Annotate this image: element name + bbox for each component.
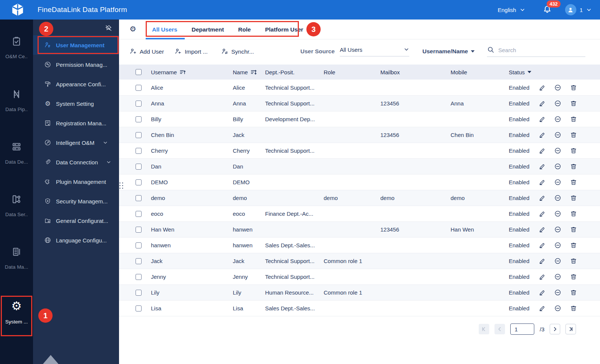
select-all-checkbox[interactable] [136,69,142,75]
table-row[interactable]: demo demo demo demo demo Enabled [119,190,600,206]
table-row[interactable]: Alice Alice Technical Support... Enabled [119,80,600,96]
edit-button[interactable] [538,257,546,265]
delete-button[interactable] [570,100,577,107]
unpin-icon[interactable] [105,24,112,32]
table-row[interactable]: Billy Billy Development Dep... Enabled [119,111,600,127]
disable-button[interactable] [554,163,561,170]
table-row[interactable]: Jack Jack Technical Support... Common ro… [119,253,600,269]
table-row[interactable]: DEMO DEMO Enabled [119,174,600,190]
delete-button[interactable] [570,210,577,217]
import-users-button[interactable]: Import ... [175,48,208,55]
edit-button[interactable] [538,289,546,296]
last-page-button[interactable] [565,324,576,334]
sidebar-item-system-setting[interactable]: ⚙ System Setting [33,94,119,113]
row-checkbox[interactable] [136,164,142,170]
disable-button[interactable] [554,100,561,107]
edit-button[interactable] [538,116,546,123]
delete-button[interactable] [570,179,577,186]
sidebar-item-appearance-configuration[interactable]: Appearance Confi... [33,74,119,94]
tab-settings-gear-icon[interactable]: ⚙ [130,25,136,33]
table-row[interactable]: Chen Bin Jack 123456 Chen Bin Enabled [119,127,600,143]
disable-button[interactable] [554,131,561,138]
disable-button[interactable] [554,289,561,296]
tab-department[interactable]: Department [191,26,224,33]
table-row[interactable]: Dan Dan Enabled [119,159,600,174]
rail-item-data-management[interactable]: Data Ma... [0,247,33,270]
delete-button[interactable] [570,289,577,296]
edit-button[interactable] [538,163,546,170]
search-input[interactable] [498,47,573,53]
delete-button[interactable] [570,147,577,154]
table-row[interactable]: Han Wen hanwen 123456 Han Wen Enabled [119,222,600,238]
edit-button[interactable] [538,273,546,280]
row-checkbox[interactable] [136,132,142,138]
delete-button[interactable] [570,242,577,249]
sort-icon-name[interactable] [250,69,257,75]
row-checkbox[interactable] [136,116,142,122]
tab-role[interactable]: Role [238,26,251,33]
row-checkbox[interactable] [136,195,142,201]
tab-platform-user[interactable]: Platform User [265,26,303,33]
rail-item-data-development[interactable]: Data De... [0,141,33,165]
edit-button[interactable] [538,100,546,107]
table-row[interactable]: Anna Anna Technical Support... 123456 An… [119,96,600,111]
disable-button[interactable] [554,210,561,217]
table-row[interactable]: Lily Lily Human Resource... Common role … [119,285,600,301]
row-checkbox[interactable] [136,179,142,185]
chevron-down-icon[interactable] [586,7,592,13]
delete-button[interactable] [570,257,577,265]
sidebar-item-intelligent-om[interactable]: Intelligent O&M [33,133,119,152]
disable-button[interactable] [554,273,561,280]
table-row[interactable]: Jenny Jenny Technical Support... Enabled [119,269,600,285]
edit-button[interactable] [538,84,546,91]
edit-button[interactable] [538,131,546,138]
page-input[interactable] [510,323,534,335]
disable-button[interactable] [554,226,561,233]
sidebar-item-security-management[interactable]: Security Managem... [33,191,119,211]
row-checkbox[interactable] [136,85,142,91]
delete-button[interactable] [570,84,577,91]
row-checkbox[interactable] [136,274,142,280]
delete-button[interactable] [570,305,577,312]
rail-item-data-service[interactable]: Data Ser.. [0,194,33,217]
edit-button[interactable] [538,147,546,154]
row-checkbox[interactable] [136,242,142,248]
language-selector[interactable]: English [497,7,516,13]
edit-button[interactable] [538,242,546,249]
next-page-button[interactable] [550,324,560,334]
sidebar-item-language-configuration[interactable]: Language Configu... [33,230,119,250]
delete-button[interactable] [570,116,577,123]
edit-button[interactable] [538,226,546,233]
row-checkbox[interactable] [136,211,142,217]
rail-item-system-management[interactable]: ⚙ System ... [0,300,33,325]
first-page-button[interactable] [479,324,489,334]
row-checkbox[interactable] [136,227,142,233]
sort-icon-username[interactable] [179,69,186,75]
row-checkbox[interactable] [136,290,142,296]
delete-button[interactable] [570,131,577,138]
search-field-selector[interactable]: Username/Name [422,48,475,55]
sidebar-item-permission-management[interactable]: Permission Manag... [33,55,119,74]
tab-all-users[interactable]: All Users [152,26,177,33]
edit-button[interactable] [538,179,546,186]
delete-button[interactable] [570,273,577,280]
row-checkbox[interactable] [136,148,142,154]
edit-button[interactable] [538,194,546,202]
disable-button[interactable] [554,257,561,265]
user-avatar[interactable] [565,4,576,15]
table-row[interactable]: hanwen hanwen Sales Dept.-Sales... Enabl… [119,238,600,253]
user-source-select[interactable]: All Users [340,47,409,57]
rail-item-data-pipeline[interactable]: Data Pip.. [0,89,33,112]
disable-button[interactable] [554,305,561,312]
table-row[interactable]: eoco eoco Finance Dept.-Ac... Enabled [119,206,600,222]
sidebar-item-general-configuration[interactable]: General Configurat... [33,211,119,230]
delete-button[interactable] [570,163,577,170]
disable-button[interactable] [554,116,561,123]
delete-button[interactable] [570,194,577,202]
disable-button[interactable] [554,242,561,249]
edit-button[interactable] [538,305,546,312]
sidebar-resize-handle[interactable] [119,182,123,189]
status-filter-icon[interactable] [528,71,531,73]
synchronize-users-button[interactable]: Synchr... [221,48,254,55]
sidebar-item-user-management[interactable]: User Management [33,35,119,55]
